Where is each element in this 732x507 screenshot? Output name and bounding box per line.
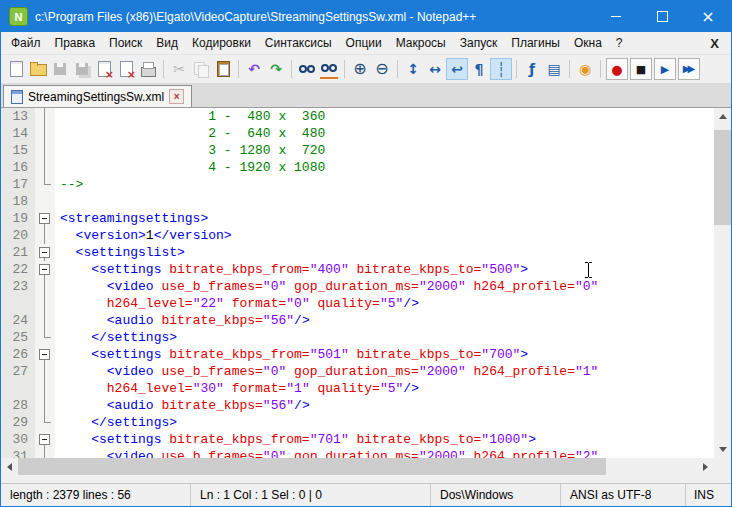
play-macro-icon[interactable]: ▶	[654, 58, 676, 80]
status-eol-format[interactable]: Dos\Windows	[431, 484, 561, 506]
cut-icon[interactable]: ✂	[168, 58, 190, 80]
menu-item[interactable]: Файл	[4, 32, 48, 54]
horizontal-scrollbar[interactable]	[1, 458, 714, 475]
scroll-left-button[interactable]	[1, 458, 18, 475]
editor-row[interactable]: 24 <audio bitrate_kbps="56"/>	[1, 312, 714, 329]
record-macro-icon: ●	[608, 60, 626, 78]
print-icon[interactable]	[137, 58, 159, 80]
editor-row[interactable]: 30 <settings bitrate_kbps_from="701" bit…	[1, 431, 714, 448]
vertical-scrollbar[interactable]	[714, 108, 731, 458]
editor-row[interactable]: 31 <video use_b_frames="0" gop_duration_…	[1, 448, 714, 458]
editor-row[interactable]: 16 4 - 1920 x 1080	[1, 159, 714, 176]
horizontal-scrollbar-thumb[interactable]	[18, 458, 606, 475]
menu-item[interactable]: Окна	[567, 32, 609, 54]
fold-collapse-box[interactable]	[35, 244, 55, 261]
menu-item[interactable]: Правка	[48, 32, 103, 54]
replace-icon[interactable]	[318, 58, 340, 80]
redo-icon[interactable]: ↷	[265, 58, 287, 80]
scroll-right-button[interactable]	[697, 458, 714, 475]
code-line: 2 - 640 x 480	[55, 125, 325, 142]
code-line: <video use_b_frames="0" gop_duration_ms=…	[55, 278, 598, 295]
menu-item[interactable]: Макросы	[389, 32, 453, 54]
menubar-close-button[interactable]: X	[698, 32, 731, 54]
editor-row[interactable]: 18	[1, 193, 714, 210]
fold-collapse-box[interactable]	[35, 210, 55, 227]
editor-row[interactable]: 17-->	[1, 176, 714, 193]
menu-item[interactable]: Опции	[339, 32, 389, 54]
line-number: 16	[1, 159, 35, 176]
status-encoding[interactable]: ANSI as UTF-8	[561, 484, 686, 506]
editor-row[interactable]: 20 <version>1</version>	[1, 227, 714, 244]
paste-icon[interactable]	[212, 58, 234, 80]
save-icon[interactable]	[49, 58, 71, 80]
editor-row[interactable]: 21 <settingslist>	[1, 244, 714, 261]
scroll-down-button[interactable]	[714, 441, 731, 458]
find-icon[interactable]	[296, 58, 318, 80]
fold-collapse-box[interactable]	[35, 346, 55, 363]
sync-vertical-scroll-icon[interactable]: ↕	[402, 58, 424, 80]
editor-row[interactable]: h264_level="22" format="0" quality="5"/>	[1, 295, 714, 312]
sync-horizontal-scroll-icon[interactable]: ↔	[424, 58, 446, 80]
show-all-characters-icon[interactable]: ¶	[468, 58, 490, 80]
tab-close-icon[interactable]	[169, 89, 184, 104]
editor-row[interactable]: 25 </settings>	[1, 329, 714, 346]
line-number: 17	[1, 176, 35, 193]
editor[interactable]: 13 1 - 480 x 36014 2 - 640 x 48015 3 - 1…	[1, 108, 731, 475]
indent-guide-icon[interactable]: ┆	[490, 58, 512, 80]
toolbar-separator	[600, 60, 601, 78]
editor-row[interactable]: 29 </settings>	[1, 414, 714, 431]
minimize-button[interactable]	[593, 1, 639, 32]
fold-margin	[35, 278, 55, 295]
close-all-icon[interactable]	[115, 58, 137, 80]
editor-row[interactable]: 19<streamingsettings>	[1, 210, 714, 227]
editor-row[interactable]: 26 <settings bitrate_kbps_from="501" bit…	[1, 346, 714, 363]
word-wrap-icon[interactable]: ↩	[446, 58, 468, 80]
run-macro-multiple-icon[interactable]: ▶▶	[678, 58, 700, 80]
toolbar-separator	[516, 60, 517, 78]
fold-collapse-box[interactable]	[35, 261, 55, 278]
editor-row[interactable]: 28 <audio bitrate_kbps="56"/>	[1, 397, 714, 414]
editor-row[interactable]: h264_level="30" format="1" quality="5"/>	[1, 380, 714, 397]
status-typing-mode[interactable]: INS	[686, 484, 731, 506]
record-macro-icon[interactable]: ●	[606, 58, 628, 80]
text-area[interactable]: 13 1 - 480 x 36014 2 - 640 x 48015 3 - 1…	[1, 108, 714, 458]
editor-row[interactable]: 15 3 - 1280 x 720	[1, 142, 714, 159]
close-file-icon[interactable]	[93, 58, 115, 80]
menu-item[interactable]: Поиск	[102, 32, 149, 54]
zoom-in-icon[interactable]: ⊕	[349, 58, 371, 80]
find-icon	[298, 60, 316, 78]
tab-streamingsettingssw-xml[interactable]: StreamingSettingsSw.xml	[3, 85, 192, 107]
editor-row[interactable]: 23 <video use_b_frames="0" gop_duration_…	[1, 278, 714, 295]
editor-row[interactable]: 27 <video use_b_frames="0" gop_duration_…	[1, 363, 714, 380]
function-list-icon[interactable]: ƒ	[521, 58, 543, 80]
scroll-up-button[interactable]	[714, 108, 731, 125]
monitoring-icon[interactable]: ◉	[574, 58, 596, 80]
fold-margin	[35, 448, 55, 458]
code-line: -->	[55, 176, 83, 193]
document-map-icon: ▤	[545, 60, 563, 78]
fold-collapse-box[interactable]	[35, 431, 55, 448]
zoom-out-icon[interactable]: ⊖	[371, 58, 393, 80]
editor-row[interactable]: 13 1 - 480 x 360	[1, 108, 714, 125]
open-file-icon[interactable]	[27, 58, 49, 80]
undo-icon[interactable]: ↶	[243, 58, 265, 80]
open-file-icon	[29, 61, 47, 79]
new-file-icon[interactable]	[5, 58, 27, 80]
vertical-scrollbar-thumb[interactable]	[714, 130, 731, 225]
maximize-button[interactable]	[639, 1, 685, 32]
menu-item[interactable]: Синтаксисы	[258, 32, 339, 54]
save-all-icon[interactable]	[71, 58, 93, 80]
close-button[interactable]: ×	[685, 1, 731, 32]
editor-row[interactable]: 14 2 - 640 x 480	[1, 125, 714, 142]
stop-macro-icon[interactable]: ■	[630, 58, 652, 80]
menu-item[interactable]: Кодировки	[185, 32, 258, 54]
editor-row[interactable]: 22 <settings bitrate_kbps_from="400" bit…	[1, 261, 714, 278]
menu-item[interactable]: ?	[609, 32, 630, 54]
document-map-icon[interactable]: ▤	[543, 58, 565, 80]
menu-item[interactable]: Вид	[149, 32, 185, 54]
copy-icon[interactable]	[190, 58, 212, 80]
code-line: <audio bitrate_kbps="56"/>	[55, 312, 310, 329]
menu-item[interactable]: Плагины	[504, 32, 567, 54]
menu-item[interactable]: Запуск	[453, 32, 505, 54]
run-macro-multiple-icon: ▶▶	[679, 60, 699, 78]
